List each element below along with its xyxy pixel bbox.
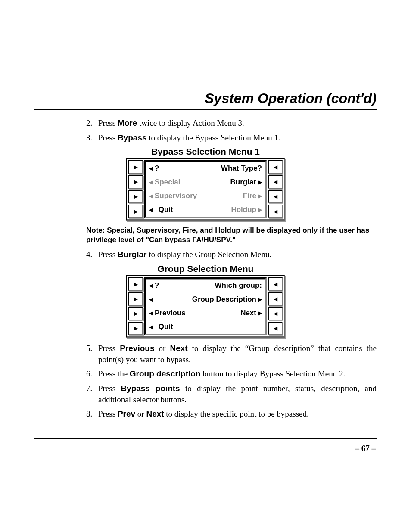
option-burglar: Burglar — [230, 178, 256, 187]
left-triangle-icon: ◀ — [149, 166, 153, 171]
left-key-button[interactable]: ▶ — [128, 175, 143, 189]
display-panel: ◀? What Type? ◀Special Burglar▶ ◀Supervi… — [144, 160, 267, 218]
step-number: 7. — [86, 383, 98, 405]
page-number: – 67 – — [34, 444, 377, 453]
step-item: 2. Press More twice to display Action Me… — [86, 118, 377, 129]
step-body: Press Bypass to display the Bypass Selec… — [98, 132, 377, 143]
header-rule — [34, 109, 377, 110]
menu-title: Bypass Selection Menu 1 — [34, 146, 377, 157]
prompt-label: Which group: — [187, 281, 262, 290]
step-body: Press the Group description button to di… — [98, 368, 377, 380]
step-number: 5. — [86, 343, 98, 365]
left-triangle-icon: ◀ — [149, 324, 153, 330]
option-fire: Fire — [243, 192, 256, 200]
step-list-bottom: 5. Press Previous or Next to display the… — [86, 343, 377, 420]
display-row: ◀Supervisory Fire▶ — [146, 189, 265, 203]
step-body: Press Previous or Next to display the “G… — [98, 343, 377, 365]
right-triangle-icon: ▶ — [258, 180, 262, 185]
right-key-button[interactable]: ◀ — [268, 175, 283, 189]
display-row: ◀Previous Next▶ — [146, 306, 265, 320]
step-4-wrap: 4. Press Burglar to display the Group Se… — [86, 249, 377, 260]
right-key-button[interactable]: ◀ — [268, 307, 283, 320]
right-triangle-icon: ▶ — [134, 296, 138, 302]
step-body: Press More twice to display Action Menu … — [98, 118, 377, 129]
left-key-column: ▶ ▶ ▶ ▶ — [128, 160, 143, 218]
left-triangle-icon: ◀ — [149, 207, 153, 212]
left-key-button[interactable]: ▶ — [128, 160, 143, 174]
display-row: ◀Special Burglar▶ — [146, 175, 265, 189]
option-quit: Quit — [159, 205, 173, 214]
right-triangle-icon: ▶ — [134, 179, 138, 184]
option-quit: Quit — [159, 323, 173, 331]
display-row: ◀ Quit — [146, 320, 265, 334]
display-row: ◀? What Type? — [146, 162, 265, 175]
step-item: 7. Press Bypass points to display the po… — [86, 383, 377, 405]
group-selection-menu: ▶ ▶ ▶ ▶ ◀? Which group: ◀ Group Descript… — [126, 275, 285, 338]
left-triangle-icon: ◀ — [149, 311, 153, 316]
right-key-button[interactable]: ◀ — [268, 160, 283, 174]
right-key-button[interactable]: ◀ — [268, 277, 283, 291]
left-triangle-icon: ◀ — [274, 311, 277, 316]
left-key-button[interactable]: ▶ — [128, 307, 143, 320]
step-number: 3. — [86, 132, 98, 143]
left-triangle-icon: ◀ — [274, 296, 277, 302]
option-group-description: Group Description — [192, 295, 256, 304]
option-previous: Previous — [155, 309, 186, 317]
right-triangle-icon: ▶ — [134, 282, 138, 287]
step-body: Press Bypass points to display the point… — [98, 383, 377, 405]
right-triangle-icon: ▶ — [134, 209, 138, 214]
left-triangle-icon: ◀ — [149, 297, 153, 302]
right-triangle-icon: ▶ — [258, 207, 262, 212]
left-triangle-icon: ◀ — [274, 194, 277, 199]
right-triangle-icon: ▶ — [134, 165, 138, 170]
right-key-button[interactable]: ◀ — [268, 322, 283, 335]
option-next: Next — [240, 309, 256, 317]
right-triangle-icon: ▶ — [134, 194, 138, 199]
step-number: 8. — [86, 408, 98, 420]
right-key-column: ◀ ◀ ◀ ◀ — [268, 160, 283, 218]
step-number: 6. — [86, 368, 98, 380]
document-page: System Operation (cont'd) 2. Press More … — [0, 0, 411, 532]
step-number: 2. — [86, 118, 98, 129]
bypass-selection-menu: ▶ ▶ ▶ ▶ ◀? What Type? ◀Special Burglar▶ … — [126, 158, 285, 221]
step-item: 5. Press Previous or Next to display the… — [86, 343, 377, 365]
help-label: ? — [155, 281, 159, 290]
left-triangle-icon: ◀ — [274, 326, 277, 331]
step-list-top: 2. Press More twice to display Action Me… — [86, 118, 377, 143]
footer-rule — [34, 438, 377, 439]
left-triangle-icon: ◀ — [149, 283, 153, 288]
step-item: 4. Press Burglar to display the Group Se… — [86, 249, 377, 260]
right-triangle-icon: ▶ — [258, 311, 262, 316]
left-triangle-icon: ◀ — [274, 179, 277, 184]
left-triangle-icon: ◀ — [274, 165, 277, 170]
left-key-button[interactable]: ▶ — [128, 277, 143, 291]
left-key-button[interactable]: ▶ — [128, 205, 143, 218]
step-item: 8. Press Prev or Next to display the spe… — [86, 408, 377, 420]
right-key-button[interactable]: ◀ — [268, 292, 283, 305]
option-special: Special — [155, 178, 181, 187]
right-key-button[interactable]: ◀ — [268, 205, 283, 218]
display-row: ◀? Which group: — [146, 279, 265, 292]
prompt-label: What Type? — [187, 164, 262, 173]
left-key-button[interactable]: ▶ — [128, 190, 143, 203]
left-triangle-icon: ◀ — [274, 209, 277, 214]
menu-title: Group Selection Menu — [34, 264, 377, 274]
right-key-button[interactable]: ◀ — [268, 190, 283, 203]
help-label: ? — [155, 164, 159, 173]
option-holdup: Holdup — [231, 205, 256, 214]
left-key-button[interactable]: ▶ — [128, 322, 143, 335]
display-panel: ◀? Which group: ◀ Group Description▶ ◀Pr… — [144, 277, 267, 335]
right-triangle-icon: ▶ — [134, 326, 138, 331]
display-row: ◀ Quit Holdup▶ — [146, 203, 265, 217]
step-number: 4. — [86, 249, 98, 260]
right-triangle-icon: ▶ — [134, 311, 138, 316]
right-triangle-icon: ▶ — [258, 297, 262, 302]
left-triangle-icon: ◀ — [149, 193, 153, 199]
page-title: System Operation (cont'd) — [34, 0, 377, 109]
step-item: 6. Press the Group description button to… — [86, 368, 377, 380]
left-key-button[interactable]: ▶ — [128, 292, 143, 305]
left-key-column: ▶ ▶ ▶ ▶ — [128, 277, 143, 335]
right-triangle-icon: ▶ — [258, 193, 262, 199]
left-triangle-icon: ◀ — [149, 180, 153, 185]
display-row: ◀ Group Description▶ — [146, 292, 265, 306]
